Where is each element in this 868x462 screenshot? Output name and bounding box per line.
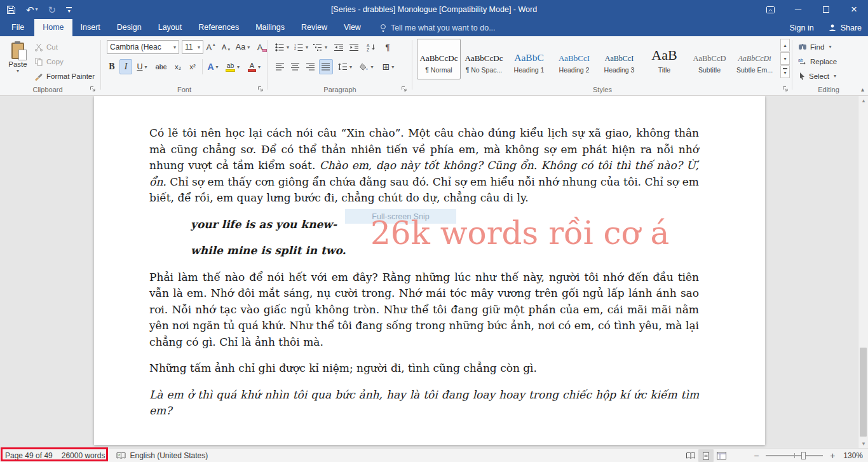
style-no-spacing[interactable]: AaBbCcDc ¶ No Spac... <box>462 39 506 79</box>
ribbon-display-options-icon <box>766 5 775 15</box>
read-mode-button[interactable] <box>683 449 698 462</box>
bold-button[interactable]: B <box>105 59 118 74</box>
zoom-in-button[interactable]: + <box>827 451 838 461</box>
share-button[interactable]: Share <box>828 24 862 32</box>
undo-button[interactable]: ↶▾ <box>26 5 38 15</box>
tab-references[interactable]: References <box>190 19 247 36</box>
cut-button[interactable]: Cut <box>34 40 58 53</box>
increase-indent-button[interactable] <box>347 40 361 54</box>
zoom-slider[interactable] <box>766 455 823 456</box>
select-button[interactable]: Select▾ <box>798 69 836 83</box>
show-hide-pilcrow-button[interactable]: ¶ <box>381 40 395 54</box>
copy-icon <box>34 57 43 66</box>
paragraph-4: Là em ở thì quá khứ nhìn tôi qua bức ảnh… <box>149 387 699 419</box>
clear-formatting-button[interactable]: A <box>253 40 267 54</box>
tab-view[interactable]: View <box>336 19 369 36</box>
borders-button[interactable]: ⊞▾ <box>379 59 398 74</box>
zoom-percentage[interactable]: 130% <box>843 451 863 460</box>
paste-dropdown-icon[interactable]: ▾ <box>4 68 31 74</box>
subscript-button[interactable]: x₂ <box>171 59 185 74</box>
sort-button[interactable]: AZ <box>363 40 379 54</box>
align-left-button[interactable] <box>273 59 287 74</box>
styles-scroll-down-button[interactable]: ▾ <box>780 52 790 65</box>
shrink-font-button[interactable]: A▾ <box>219 40 233 54</box>
superscript-button[interactable]: x² <box>186 59 200 74</box>
highlight-button[interactable]: ab▾ <box>222 59 243 74</box>
styles-more-button[interactable]: ▾ <box>780 65 790 78</box>
zoom-out-button[interactable]: − <box>750 451 762 461</box>
sign-in-button[interactable]: Sign in <box>789 24 813 32</box>
paste-button[interactable]: Paste ▾ <box>4 39 32 84</box>
page-indicator[interactable]: Page 49 of 49 <box>5 451 53 460</box>
italic-button[interactable]: I <box>119 59 132 74</box>
align-right-button[interactable] <box>304 59 318 74</box>
save-button[interactable] <box>6 5 16 15</box>
style-subtle-emphasis[interactable]: AaBbCcDi Subtle Em... <box>733 39 776 79</box>
change-case-button[interactable]: Aa▾ <box>234 40 252 54</box>
vertical-scrollbar[interactable]: ▴ ▾ <box>858 96 868 448</box>
styles-gallery: AaBbCcDc ¶ Normal AaBbCcDc ¶ No Spac... … <box>417 39 776 79</box>
clipboard-group: Paste ▾ Cut Copy Format Painter Clipboar… <box>0 36 100 95</box>
scroll-down-icon[interactable]: ▾ <box>858 440 868 447</box>
proofing-icon[interactable] <box>116 452 126 459</box>
tab-file[interactable]: File <box>1 19 34 36</box>
web-layout-button[interactable] <box>714 449 729 462</box>
ribbon-display-options-button[interactable] <box>756 0 784 19</box>
word-count[interactable]: 26000 words <box>62 451 105 460</box>
tab-mailings[interactable]: Mailings <box>247 19 293 36</box>
justify-button[interactable] <box>319 59 333 74</box>
scroll-up-icon[interactable]: ▴ <box>858 97 868 104</box>
style-heading-1[interactable]: AaBbC Heading 1 <box>507 39 551 79</box>
line-spacing-button[interactable]: ▾ <box>336 59 355 74</box>
minimize-button[interactable]: ─ <box>784 0 812 19</box>
tab-design[interactable]: Design <box>109 19 150 36</box>
undo-dropdown-icon[interactable]: ▾ <box>36 7 38 12</box>
tab-insert[interactable]: Insert <box>72 19 109 36</box>
shading-button[interactable]: ▾ <box>357 59 376 74</box>
print-layout-button[interactable] <box>698 449 714 462</box>
copy-button[interactable]: Copy <box>34 55 64 68</box>
text-effects-button[interactable]: A▾ <box>205 59 221 74</box>
tab-review[interactable]: Review <box>293 19 336 36</box>
language-indicator[interactable]: English (United States) <box>130 451 208 460</box>
style-normal[interactable]: AaBbCcDc ¶ Normal <box>417 39 461 79</box>
maximize-button[interactable] <box>812 0 840 19</box>
replace-button[interactable]: ab Replace <box>798 55 837 68</box>
styles-scroll-up-button[interactable]: ▴ <box>780 39 790 51</box>
redo-button[interactable]: ↻ <box>48 5 57 15</box>
font-family-select[interactable]: Cambria (Heac▾ <box>107 40 179 54</box>
strikethrough-button[interactable]: abc <box>153 59 170 74</box>
tab-home[interactable]: Home <box>34 19 72 36</box>
numbering-button[interactable]: 12▾ <box>292 40 310 54</box>
collapse-ribbon-icon[interactable]: ▴ <box>861 86 864 93</box>
zoom-slider-thumb[interactable] <box>801 452 806 459</box>
bullets-icon <box>275 43 285 51</box>
font-dialog-launcher[interactable] <box>257 85 264 93</box>
grow-font-button[interactable]: A▴ <box>203 40 218 54</box>
styles-dialog-launcher[interactable] <box>782 85 789 93</box>
bullets-button[interactable]: ▾ <box>273 40 291 54</box>
font-color-button[interactable]: A▾ <box>244 59 264 74</box>
format-painter-icon <box>34 72 43 81</box>
decrease-indent-button[interactable] <box>332 40 346 54</box>
style-heading-3[interactable]: AaBbCcI Heading 3 <box>597 39 641 79</box>
center-button[interactable] <box>288 59 302 74</box>
document-page[interactable]: Có lẽ tôi nên học lại cách nói câu “Xin … <box>94 96 765 445</box>
style-subtitle[interactable]: AaBbCcD Subtitle <box>688 39 731 79</box>
style-heading-2[interactable]: AaBbCcI Heading 2 <box>552 39 596 79</box>
find-button[interactable]: Find▾ <box>798 40 831 53</box>
qat-customize-button[interactable]: ▾ <box>66 7 72 13</box>
font-color-bar <box>248 69 256 72</box>
tab-layout[interactable]: Layout <box>150 19 191 36</box>
font-size-select[interactable]: 11▾ <box>182 40 203 54</box>
scrollbar-thumb[interactable] <box>860 348 867 437</box>
paragraph-dialog-launcher[interactable] <box>400 85 408 93</box>
numbering-icon: 12 <box>294 43 304 51</box>
format-painter-button[interactable]: Format Painter <box>34 69 95 83</box>
style-title[interactable]: AaB Title <box>642 39 686 79</box>
multilevel-list-button[interactable]: ▾ <box>311 40 329 54</box>
underline-button[interactable]: U▾ <box>133 59 151 74</box>
tell-me-box[interactable]: Tell me what you want to do... <box>379 19 496 36</box>
close-button[interactable]: × <box>840 0 868 19</box>
clipboard-dialog-launcher[interactable] <box>89 85 97 93</box>
